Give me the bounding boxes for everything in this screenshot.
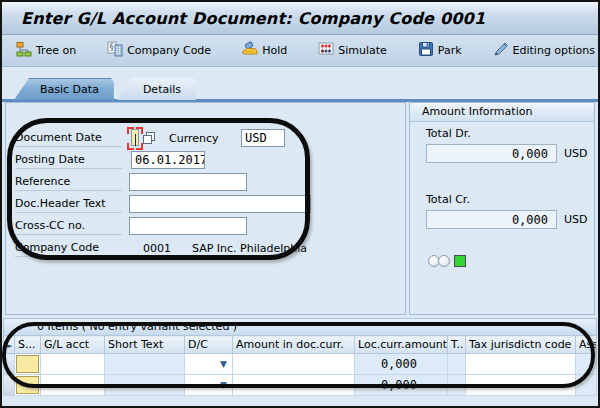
document-header-form: Document Date Currency USD xyxy=(5,102,406,315)
tab-basic-data[interactable]: Basic Data xyxy=(14,78,114,100)
balance-status-indicators xyxy=(428,255,466,267)
pencil-icon xyxy=(493,41,509,60)
tab-basic-data-label: Basic Data xyxy=(40,83,99,96)
svg-text:§: § xyxy=(110,43,114,52)
t-cell xyxy=(448,354,466,375)
short-text-cell xyxy=(105,354,185,375)
total-cr-field: 0,000 xyxy=(426,210,557,229)
company-code-row: Company Code 0001 SAP Inc. Philadelphia xyxy=(15,237,405,259)
doc-header-text-label: Doc.Header Text xyxy=(15,196,122,213)
tree-on-button[interactable]: Tree on xyxy=(14,39,78,63)
posting-date-row: Posting Date 06.01.2017 xyxy=(15,149,405,171)
assignment-cell xyxy=(576,354,597,375)
currency-label: Currency xyxy=(169,132,234,145)
total-cr-currency: USD xyxy=(564,213,588,226)
gl-acct-cell[interactable] xyxy=(41,375,105,396)
row-selector-header[interactable]: ► xyxy=(4,336,15,354)
items-section: 0 Items ( No entry variant selected ) ► … xyxy=(3,318,597,406)
item-row-1: ▼ 0,000 xyxy=(4,354,597,375)
application-toolbar: Tree on § Company Code Hold xyxy=(2,35,598,67)
page-title: Enter G/L Account Document: Company Code… xyxy=(21,9,485,28)
col-tax-jurisdictn[interactable]: Tax jurisdictn code xyxy=(466,336,576,354)
items-table-header-row: ► S... G/L acct Short Text D/C Amount in… xyxy=(4,336,597,354)
currency-input[interactable]: USD xyxy=(241,129,285,147)
sap-window: Enter G/L Account Document: Company Code… xyxy=(0,0,600,408)
col-status[interactable]: S... xyxy=(15,336,41,354)
status-cell[interactable] xyxy=(15,375,41,396)
status-green-square-icon xyxy=(454,255,466,267)
cross-cc-label: Cross-CC no. xyxy=(15,218,122,235)
amount-doc-curr-cell[interactable] xyxy=(233,354,355,375)
park-button[interactable]: Park xyxy=(416,39,464,63)
col-gl-acct[interactable]: G/L acct xyxy=(41,336,105,354)
focus-corner xyxy=(136,143,143,150)
selector-arrow-icon: ► xyxy=(7,342,12,350)
total-dr-row: 0,000 USD xyxy=(426,144,588,163)
company-code-icon: § xyxy=(107,41,123,60)
amount-information-panel: Amount Information Total Dr. 0,000 USD T… xyxy=(409,102,595,315)
document-date-label: Document Date xyxy=(15,130,122,147)
tab-strip: Basic Data Details xyxy=(14,78,199,100)
tree-icon xyxy=(16,41,32,60)
chevron-down-icon[interactable]: ▼ xyxy=(220,380,227,390)
company-code-label: Company Code xyxy=(127,44,211,57)
focus-corner xyxy=(127,127,134,134)
total-dr-currency: USD xyxy=(564,147,588,160)
posting-date-input[interactable]: 06.01.2017 xyxy=(131,151,205,169)
col-loc-curr-amount[interactable]: Loc.curr.amount xyxy=(355,336,448,354)
document-date-row: Document Date Currency USD xyxy=(15,127,405,149)
title-bar: Enter G/L Account Document: Company Code… xyxy=(2,2,598,35)
reference-row: Reference xyxy=(15,171,405,193)
status-cell[interactable] xyxy=(15,354,41,375)
loc-curr-amount-cell: 0,000 xyxy=(355,375,448,396)
hold-button[interactable]: Hold xyxy=(240,39,289,63)
row-selector[interactable] xyxy=(4,354,15,375)
company-name-value: SAP Inc. Philadelphia xyxy=(192,242,307,255)
gl-acct-cell[interactable] xyxy=(41,354,105,375)
focus-corner xyxy=(127,143,134,150)
col-dc[interactable]: D/C xyxy=(185,336,233,354)
tab-details[interactable]: Details xyxy=(117,78,196,100)
total-cr-label: Total Cr. xyxy=(426,193,470,206)
col-assignment[interactable]: Assi xyxy=(576,336,597,354)
status-circle-icon xyxy=(438,255,450,267)
tax-jurisdictn-cell[interactable] xyxy=(466,375,576,396)
total-dr-label: Total Dr. xyxy=(426,127,471,140)
chevron-down-icon[interactable]: ▼ xyxy=(220,359,227,369)
status-cell-fill xyxy=(16,376,39,394)
simulate-button[interactable]: Simulate xyxy=(316,39,389,63)
dc-cell[interactable]: ▼ xyxy=(185,375,233,396)
col-short-text[interactable]: Short Text xyxy=(105,336,185,354)
items-table: ► S... G/L acct Short Text D/C Amount in… xyxy=(3,335,597,396)
status-cell-fill xyxy=(16,355,39,373)
col-amount-doc-curr[interactable]: Amount in doc.curr. xyxy=(233,336,355,354)
cross-cc-row: Cross-CC no. xyxy=(15,215,405,237)
tree-on-label: Tree on xyxy=(36,44,76,57)
simulate-icon xyxy=(318,41,334,60)
t-cell xyxy=(448,375,466,396)
doc-header-text-row: Doc.Header Text xyxy=(15,193,405,215)
copy-pages-icon xyxy=(142,131,156,145)
total-dr-field: 0,000 xyxy=(426,144,557,163)
items-header: 0 Items ( No entry variant selected ) xyxy=(3,318,597,335)
park-label: Park xyxy=(438,44,462,57)
hold-icon xyxy=(242,41,258,60)
amount-doc-curr-cell[interactable] xyxy=(233,375,355,396)
col-t[interactable]: T.. xyxy=(448,336,466,354)
doc-header-text-input[interactable] xyxy=(129,195,311,213)
company-code-value: 0001 xyxy=(143,242,171,255)
editing-options-label: Editing options xyxy=(513,44,595,57)
editing-options-button[interactable]: Editing options xyxy=(491,39,597,63)
row-selector[interactable] xyxy=(4,375,15,396)
park-icon xyxy=(418,41,434,60)
dc-cell[interactable]: ▼ xyxy=(185,354,233,375)
company-code-button[interactable]: § Company Code xyxy=(105,39,213,63)
assignment-cell xyxy=(576,375,597,396)
cross-cc-input[interactable] xyxy=(129,217,247,235)
tax-jurisdictn-cell[interactable] xyxy=(466,354,576,375)
simulate-label: Simulate xyxy=(338,44,387,57)
company-code-field-label: Company Code xyxy=(15,240,122,257)
reference-input[interactable] xyxy=(129,173,247,191)
date-picker-button[interactable] xyxy=(141,130,157,146)
basic-data-content: Document Date Currency USD xyxy=(5,102,595,315)
